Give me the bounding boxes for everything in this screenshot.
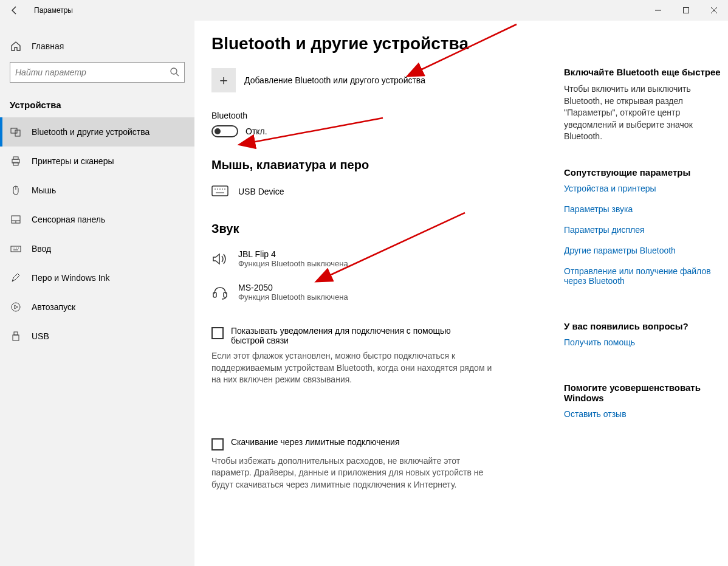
related-heading: Сопутствующие параметры [564, 167, 722, 178]
device-name: MS-2050 [238, 283, 348, 292]
page-title: Bluetooth и другие устройства [211, 34, 540, 53]
svg-rect-9 [13, 157, 18, 159]
sidebar-home[interactable]: Главная [0, 34, 194, 58]
touchpad-icon [10, 214, 22, 225]
link-more-bluetooth[interactable]: Другие параметры Bluetooth [564, 246, 722, 255]
metered-download-description: Чтобы избежать дополнительных расходов, … [211, 455, 497, 491]
pen-icon [10, 272, 22, 283]
link-display-settings[interactable]: Параметры дисплея [564, 225, 722, 235]
questions-heading: У вас появились вопросы? [564, 321, 722, 331]
svg-rect-1 [684, 8, 689, 13]
svg-point-4 [171, 68, 177, 74]
sidebar-item-label: Автозапуск [32, 302, 75, 312]
home-icon [10, 40, 22, 52]
sidebar-home-label: Главная [32, 41, 64, 51]
bluetooth-toggle-state: Откл. [246, 126, 267, 136]
swift-pair-checkbox[interactable] [211, 327, 224, 339]
sidebar-item-touchpad[interactable]: Сенсорная панель [0, 205, 194, 234]
sidebar-section: Устройства [0, 92, 194, 117]
sidebar-item-label: Сенсорная панель [32, 215, 105, 224]
device-name: USB Device [238, 187, 284, 196]
sidebar-item-bluetooth[interactable]: Bluetooth и другие устройства [0, 117, 194, 147]
section-mouse-keyboard: Мышь, клавиатура и перо [211, 158, 540, 172]
close-button[interactable] [700, 0, 728, 21]
autoplay-icon [10, 302, 22, 312]
keyboard-device-icon [211, 185, 228, 198]
device-row[interactable]: USB Device [211, 181, 540, 207]
link-give-feedback[interactable]: Оставить отзыв [564, 409, 722, 419]
printer-icon [10, 156, 22, 167]
svg-line-5 [176, 74, 179, 76]
device-row[interactable]: MS-2050 Функция Bluetooth выключена [211, 278, 540, 311]
svg-rect-6 [11, 128, 17, 133]
minimize-button[interactable] [644, 0, 672, 21]
bluetooth-label: Bluetooth [211, 111, 540, 120]
metered-download-label: Скачивание через лимитные подключения [231, 437, 399, 450]
device-status: Функция Bluetooth выключена [238, 292, 348, 302]
svg-rect-24 [13, 335, 19, 340]
swift-pair-description: Если этот флажок установлен, можно быстр… [211, 350, 497, 386]
sidebar: Главная Устройства Bluetooth и другие ус… [0, 21, 194, 566]
back-button[interactable] [0, 0, 29, 21]
plus-icon: ＋ [211, 68, 236, 92]
device-row[interactable]: JBL Flip 4 Функция Bluetooth выключена [211, 244, 540, 278]
window-controls [644, 0, 728, 21]
sidebar-item-label: Мышь [32, 185, 56, 195]
sidebar-item-mouse[interactable]: Мышь [0, 176, 194, 205]
svg-rect-25 [212, 186, 228, 196]
feedback-heading: Помогите усовершенствовать Windows [564, 382, 722, 403]
add-device-button[interactable]: ＋ Добавление Bluetooth или другого устро… [211, 68, 540, 92]
sidebar-item-label: Перо и Windows Ink [32, 273, 109, 283]
sidebar-item-printers[interactable]: Принтеры и сканеры [0, 147, 194, 176]
maximize-button[interactable] [672, 0, 700, 21]
search-icon [170, 67, 179, 78]
svg-point-22 [12, 303, 20, 311]
svg-rect-23 [14, 332, 18, 335]
sidebar-item-label: Ввод [32, 244, 51, 254]
content: Bluetooth и другие устройства ＋ Добавлен… [194, 21, 728, 566]
devices-icon [10, 126, 22, 137]
device-name: JBL Flip 4 [238, 249, 348, 259]
section-sound: Звук [211, 222, 540, 236]
sidebar-item-label: Bluetooth и другие устройства [32, 127, 149, 137]
headset-icon [211, 285, 228, 300]
add-device-label: Добавление Bluetooth или другого устройс… [244, 75, 425, 85]
sidebar-item-label: Принтеры и сканеры [32, 156, 114, 166]
device-status: Функция Bluetooth выключена [238, 259, 348, 268]
window-title: Параметры [29, 6, 73, 15]
bluetooth-toggle[interactable] [211, 125, 238, 137]
sidebar-item-label: USB [32, 331, 49, 341]
metered-download-checkbox[interactable] [211, 438, 224, 450]
link-send-receive-files[interactable]: Отправление или получение файлов через B… [564, 266, 722, 286]
tip-text: Чтобы включить или выключить Bluetooth, … [564, 83, 722, 143]
speaker-icon [211, 252, 228, 266]
link-devices-printers[interactable]: Устройства и принтеры [564, 184, 722, 193]
search-box[interactable] [10, 62, 185, 83]
link-sound-settings[interactable]: Параметры звука [564, 204, 722, 214]
keyboard-icon [10, 243, 22, 254]
sidebar-item-typing[interactable]: Ввод [0, 234, 194, 263]
sidebar-item-pen[interactable]: Перо и Windows Ink [0, 263, 194, 292]
toggle-knob [215, 128, 221, 134]
titlebar: Параметры [0, 0, 728, 21]
tip-heading: Включайте Bluetooth еще быстрее [564, 67, 722, 77]
sidebar-item-usb[interactable]: USB [0, 322, 194, 351]
sidebar-item-autoplay[interactable]: Автозапуск [0, 292, 194, 322]
swift-pair-label: Показывать уведомления для подключения с… [231, 326, 486, 345]
link-get-help[interactable]: Получить помощь [564, 337, 722, 347]
svg-rect-16 [11, 246, 21, 252]
search-input[interactable] [15, 67, 170, 77]
mouse-icon [10, 185, 22, 196]
usb-icon [10, 331, 22, 342]
